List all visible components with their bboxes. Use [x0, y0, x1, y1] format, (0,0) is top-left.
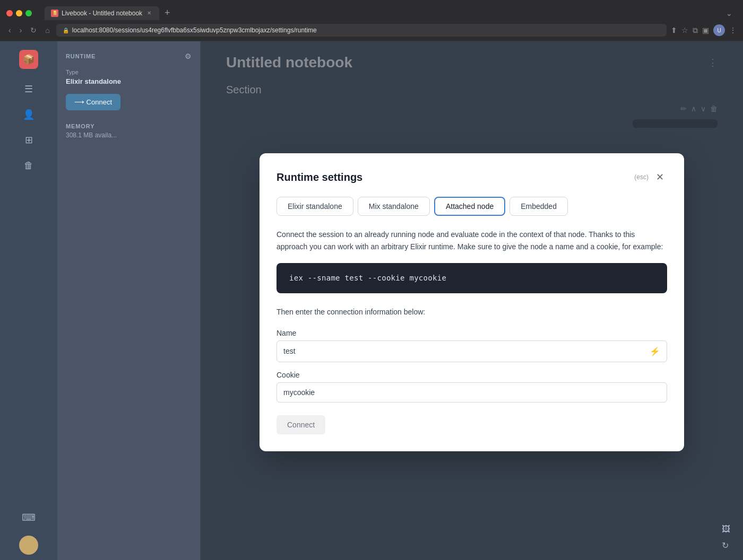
cookie-input-value: mycookie	[283, 388, 315, 397]
sidebar-item-keyboard[interactable]: ⌨	[17, 506, 40, 529]
traffic-light-close[interactable]	[6, 10, 13, 16]
address-bar[interactable]: 🔒 localhost:8080/sessions/us4reg6flvfbba…	[56, 24, 667, 37]
esc-hint: (esc)	[634, 173, 649, 181]
modal-title: Runtime settings	[277, 171, 362, 183]
runtime-connect-button[interactable]: ⟶ Connect	[66, 94, 120, 110]
tab-bar: 📔 Livebook - Untitled notebook ✕ +	[45, 5, 175, 21]
browser-titlebar: 📔 Livebook - Untitled notebook ✕ + ⌄	[0, 0, 743, 21]
browser-tab-livebook[interactable]: 📔 Livebook - Untitled notebook ✕	[45, 6, 159, 20]
extensions-icon[interactable]: ⧉	[693, 26, 698, 35]
modal-close-area: (esc) ✕	[634, 170, 667, 184]
right-bottom-icons: 🖼 ↻	[722, 524, 730, 550]
sidebar-toggle-icon[interactable]: ▣	[702, 26, 709, 34]
cookie-input-container[interactable]: mycookie	[277, 382, 667, 402]
modal-overlay[interactable]: Runtime settings (esc) ✕ Elixir standalo…	[201, 41, 743, 560]
sidebar-item-cells[interactable]: ⊞	[17, 128, 40, 152]
main-content: Untitled notebook ⋮ Section ✏ ∧ ∨ 🗑 Runt…	[201, 41, 743, 560]
sidebar-item-notebook[interactable]: ☰	[17, 77, 40, 101]
runtime-section-label: RUNTIME	[66, 53, 96, 59]
refresh-button[interactable]: ↻	[28, 25, 39, 36]
sidebar-item-users[interactable]: 👤	[17, 103, 40, 126]
modal-close-button[interactable]: ✕	[653, 170, 667, 184]
tab-close-button[interactable]: ✕	[145, 10, 153, 17]
users-icon: 👤	[23, 109, 34, 120]
name-input-value: test	[283, 347, 296, 355]
tab-mix-standalone[interactable]: Mix standalone	[358, 197, 430, 216]
code-example-text: iex --sname test --cookie mycookie	[289, 274, 446, 282]
modal-connect-button[interactable]: Connect	[277, 415, 325, 434]
user-avatar-sidebar[interactable]	[19, 536, 38, 555]
code-example-block: iex --sname test --cookie mycookie	[277, 263, 667, 293]
traffic-lights	[6, 10, 32, 16]
name-label: Name	[277, 329, 667, 337]
modal-tabs: Elixir standalone Mix standalone Attache…	[277, 197, 667, 216]
name-input-icon: ⚡	[650, 346, 660, 356]
bottom-image-icon[interactable]: 🖼	[722, 524, 730, 534]
browser-toolbar: ‹ › ↻ ⌂ 🔒 localhost:8080/sessions/us4reg…	[0, 21, 743, 41]
app-layout: 📦 ☰ 👤 ⊞ 🗑 ⌨ RUNTIME ⚙ Type Elixir standa…	[0, 41, 743, 560]
modal-header: Runtime settings (esc) ✕	[277, 170, 667, 184]
expand-button[interactable]: ⌄	[722, 7, 737, 20]
runtime-type-label: Type	[66, 69, 192, 75]
notebook-icon: ☰	[24, 83, 33, 95]
logo-icon: 📦	[23, 54, 34, 65]
trash-icon: 🗑	[24, 160, 33, 171]
tab-attached-node[interactable]: Attached node	[434, 197, 505, 216]
browser-chrome: 📔 Livebook - Untitled notebook ✕ + ⌄ ‹ ›…	[0, 0, 743, 41]
traffic-light-minimize[interactable]	[16, 10, 22, 16]
tab-elixir-standalone[interactable]: Elixir standalone	[277, 197, 353, 216]
cells-icon: ⊞	[25, 134, 33, 146]
sidebar-item-trash[interactable]: 🗑	[17, 154, 40, 177]
runtime-type-value: Elixir standalone	[66, 77, 192, 85]
runtime-panel: RUNTIME ⚙ Type Elixir standalone ⟶ Conne…	[57, 41, 201, 560]
name-form-group: Name test ⚡	[277, 329, 667, 362]
cookie-form-group: Cookie mycookie	[277, 371, 667, 402]
modal-description: Connect the session to an already runnin…	[277, 229, 667, 252]
bottom-refresh-icon[interactable]: ↻	[722, 540, 730, 550]
back-button[interactable]: ‹	[6, 25, 13, 36]
runtime-settings-modal: Runtime settings (esc) ✕ Elixir standalo…	[260, 153, 684, 451]
new-tab-button[interactable]: +	[160, 5, 175, 21]
sidebar: 📦 ☰ 👤 ⊞ 🗑 ⌨	[0, 41, 57, 560]
menu-icon[interactable]: ⋮	[729, 26, 737, 34]
url-text: localhost:8080/sessions/us4reg6flvfbba6s…	[72, 27, 317, 34]
traffic-light-maximize[interactable]	[25, 10, 32, 16]
connect-button-label: ⟶ Connect	[74, 98, 112, 106]
connection-info-label: Then enter the connection information be…	[277, 306, 667, 318]
memory-section: MEMORY 308.1 MB availa...	[66, 123, 192, 139]
lock-icon: 🔒	[63, 28, 69, 33]
toolbar-actions: ⬆ ☆ ⧉ ▣ U ⋮	[671, 24, 737, 36]
bookmark-icon[interactable]: ☆	[681, 26, 688, 34]
tab-title: Livebook - Untitled notebook	[62, 10, 142, 17]
forward-button[interactable]: ›	[18, 25, 24, 36]
home-button[interactable]: ⌂	[43, 25, 51, 36]
memory-value: 308.1 MB availa...	[66, 132, 192, 139]
share-icon[interactable]: ⬆	[671, 26, 677, 34]
tab-embedded[interactable]: Embedded	[509, 197, 568, 216]
tab-favicon: 📔	[51, 10, 58, 17]
runtime-header: RUNTIME ⚙	[66, 52, 192, 60]
app-logo[interactable]: 📦	[19, 50, 38, 69]
user-avatar[interactable]: U	[713, 24, 725, 36]
keyboard-icon: ⌨	[22, 512, 36, 523]
cookie-label: Cookie	[277, 371, 667, 379]
runtime-gear-icon[interactable]: ⚙	[185, 52, 192, 60]
name-input-container[interactable]: test ⚡	[277, 340, 667, 362]
memory-label: MEMORY	[66, 123, 192, 129]
